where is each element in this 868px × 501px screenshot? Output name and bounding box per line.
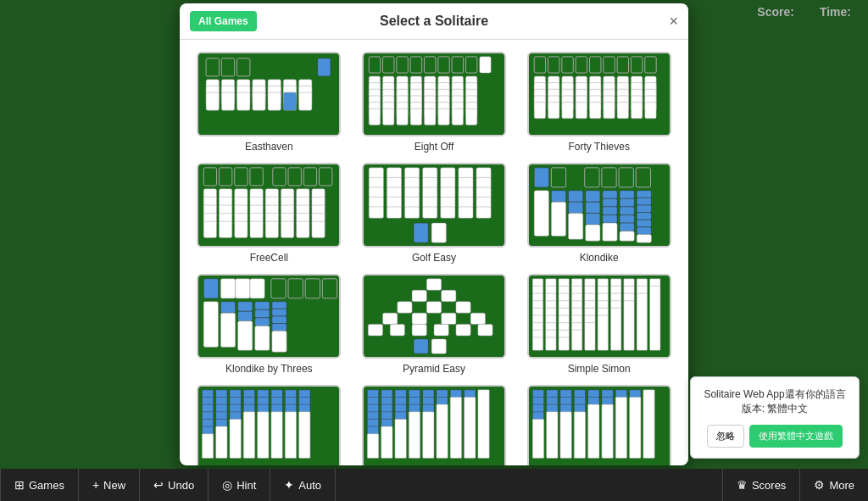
svg-rect-338 (571, 323, 581, 331)
svg-rect-456 (574, 397, 585, 405)
svg-rect-305 (532, 279, 542, 287)
svg-rect-284 (272, 331, 287, 352)
svg-rect-312 (532, 330, 542, 338)
more-button[interactable]: ⚙ More (799, 469, 868, 501)
game-card-easthaven[interactable]: Easthaven (192, 52, 347, 153)
svg-rect-435 (437, 404, 448, 458)
svg-rect-307 (532, 293, 542, 302)
svg-rect-236 (568, 191, 582, 202)
svg-rect-377 (216, 404, 227, 413)
svg-rect-399 (286, 397, 297, 405)
svg-rect-383 (230, 404, 241, 413)
svg-rect-322 (545, 337, 555, 350)
svg-rect-418 (381, 419, 392, 427)
svg-rect-408 (367, 397, 378, 405)
svg-rect-403 (299, 397, 310, 405)
scores-button[interactable]: ♛ Scores (722, 469, 799, 501)
game-thumbnail-forty-thieves (527, 52, 671, 136)
svg-rect-256 (637, 205, 651, 213)
svg-rect-362 (637, 279, 647, 287)
tooltip-ignore-button[interactable]: 忽略 (707, 425, 744, 448)
svg-rect-353 (610, 279, 620, 287)
svg-rect-317 (545, 301, 555, 309)
svg-rect-278 (255, 318, 270, 326)
svg-rect-412 (367, 426, 378, 435)
svg-rect-315 (545, 286, 555, 294)
new-button[interactable]: + New (79, 469, 140, 501)
game-card-simple-simon[interactable]: Simple Simon (521, 274, 676, 375)
svg-rect-397 (271, 412, 282, 459)
svg-rect-426 (409, 397, 420, 405)
svg-rect-237 (568, 202, 582, 213)
svg-rect-388 (244, 404, 255, 413)
games-button[interactable]: ⊞ Games (0, 469, 79, 501)
svg-rect-323 (559, 279, 569, 287)
svg-rect-224 (414, 223, 428, 242)
svg-rect-346 (584, 323, 594, 351)
svg-rect-381 (230, 390, 241, 398)
undo-button[interactable]: ↩ Undo (140, 469, 209, 501)
svg-rect-234 (551, 191, 565, 202)
svg-rect-447 (546, 390, 557, 398)
game-card-forty-thieves[interactable]: Forty Thieves (521, 52, 676, 153)
svg-rect-271 (221, 302, 236, 313)
game-card-freecell[interactable]: FreeCell (192, 163, 347, 264)
undo-icon: ↩ (153, 478, 164, 492)
svg-rect-177 (281, 221, 294, 237)
svg-rect-296 (368, 325, 382, 336)
svg-rect-316 (545, 293, 555, 302)
auto-button[interactable]: ✦ Auto (270, 469, 336, 501)
game-card-spider-four-suits[interactable]: Spider Four Suits (192, 385, 347, 465)
svg-rect-324 (559, 286, 569, 294)
svg-rect-380 (216, 426, 227, 458)
svg-rect-455 (574, 390, 585, 398)
svg-rect-310 (532, 315, 542, 324)
game-card-spider-two-suits[interactable]: Spider Two Suits (521, 385, 676, 465)
svg-rect-416 (381, 404, 392, 413)
svg-rect-443 (532, 397, 543, 405)
svg-rect-432 (423, 412, 434, 459)
svg-rect-273 (238, 302, 253, 312)
svg-rect-467 (629, 390, 640, 398)
svg-rect-253 (620, 231, 634, 242)
svg-rect-15 (253, 92, 265, 110)
game-thumbnail-spider-four-suits (197, 385, 341, 465)
game-card-pyramid-easy[interactable]: Pyramid Easy (357, 274, 512, 375)
svg-rect-444 (532, 404, 543, 413)
svg-rect-359 (623, 286, 633, 294)
svg-rect-386 (244, 390, 255, 398)
svg-rect-413 (367, 434, 378, 459)
svg-rect-454 (560, 412, 571, 459)
svg-rect-348 (598, 286, 608, 294)
svg-rect-300 (456, 325, 470, 336)
all-games-button[interactable]: All Games (190, 11, 257, 31)
modal-title: Select a Solitaire (380, 14, 488, 29)
game-card-spider-one-suit[interactable]: Spider One Suit (357, 385, 512, 465)
modal-close-button[interactable]: × (669, 13, 678, 31)
svg-rect-334 (571, 293, 581, 302)
svg-rect-270 (204, 302, 219, 348)
svg-rect-187 (312, 221, 325, 237)
hint-button[interactable]: ◎ Hint (209, 469, 270, 501)
svg-rect-358 (623, 279, 633, 287)
game-thumbnail-golf-easy (362, 163, 506, 248)
game-card-eight-off[interactable]: Eight Off (357, 52, 512, 153)
game-card-klondike-by-threes[interactable]: Klondike by Threes (192, 274, 347, 375)
svg-rect-428 (409, 412, 420, 459)
svg-rect-423 (395, 412, 406, 420)
svg-rect-264 (236, 279, 250, 298)
svg-rect-333 (571, 286, 581, 294)
svg-rect-446 (532, 419, 543, 458)
game-thumbnail-klondike-by-threes (197, 274, 341, 359)
svg-rect-280 (272, 302, 287, 309)
game-name-pyramid-easy: Pyramid Easy (403, 363, 465, 375)
svg-rect-405 (299, 412, 310, 459)
svg-rect-203 (404, 207, 419, 218)
svg-rect-354 (610, 286, 620, 294)
svg-rect-218 (459, 207, 473, 218)
game-card-klondike[interactable]: Klondike (521, 163, 676, 264)
tooltip-use-button[interactable]: 使用繁體中文遊戲 (749, 425, 843, 448)
game-card-golf-easy[interactable]: Golf Easy (357, 163, 512, 264)
svg-rect-355 (610, 293, 620, 302)
svg-rect-453 (560, 404, 571, 413)
